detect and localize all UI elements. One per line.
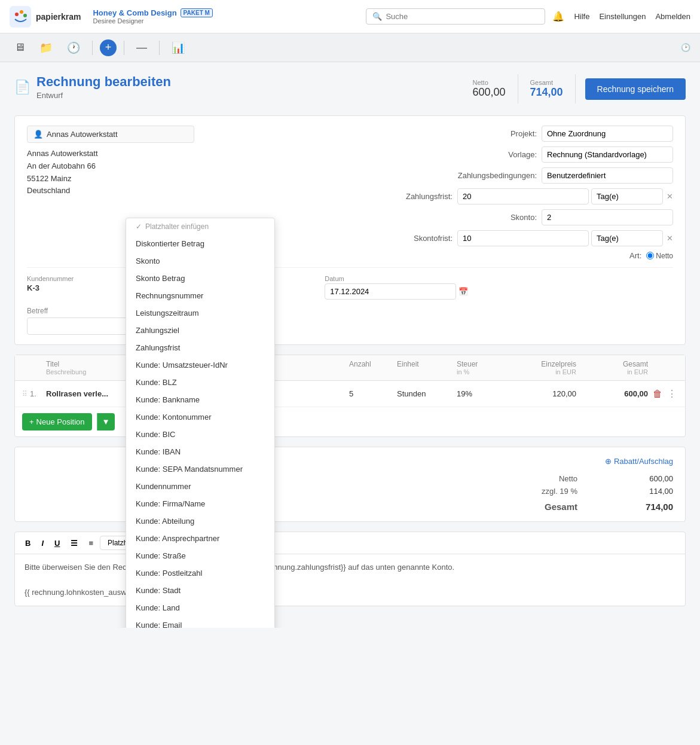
toolbar-divider-1 — [92, 41, 93, 55]
dropdown-item-19[interactable]: Kunde: Postleitzahl — [126, 564, 274, 582]
col-steuer-label: Steuer — [457, 360, 505, 368]
dropdown-item-7[interactable]: Kunde: Umsatzsteuer-IdNr — [126, 356, 274, 374]
dropdown-item-18[interactable]: Kunde: Straße — [126, 547, 274, 564]
col-gesamt-label: Gesamt — [576, 360, 648, 368]
editor-bold-btn[interactable]: B — [21, 536, 35, 550]
save-button[interactable]: Rechnung speichern — [585, 78, 686, 100]
dropdown-item-4[interactable]: Leistungszeitraum — [126, 304, 274, 322]
dropdown-item-1[interactable]: Skonto — [126, 252, 274, 270]
art-row: Art: Netto — [206, 251, 673, 260]
customer-name-box[interactable]: 👤 Annas Autowerkstatt — [27, 126, 194, 143]
dropdown-header: ✓ Platzhalter einfügen — [126, 218, 274, 235]
calendar-icon[interactable]: 📅 — [458, 287, 468, 296]
skonto-input[interactable] — [542, 209, 673, 225]
datum-meta-label: Datum — [325, 275, 468, 282]
row-gesamt: 600,00 — [576, 389, 648, 398]
zahlungsfrist-clear-icon[interactable]: ✕ — [667, 192, 673, 201]
table-header: Titel Beschreibung Anzahl Einheit Steuer… — [15, 355, 685, 381]
dropdown-item-21[interactable]: Kunde: Land — [126, 599, 274, 616]
abmelden-button[interactable]: Abmelden — [655, 12, 690, 21]
hilfe-button[interactable]: Hilfe — [574, 12, 589, 21]
toolbar-add-btn[interactable]: + — [100, 39, 117, 56]
editor-underline-btn[interactable]: U — [50, 536, 64, 550]
dropdown-item-16-label: Kunde: Abteilung — [136, 517, 194, 526]
add-position-btn[interactable]: + Neue Position — [22, 413, 92, 430]
vorlage-select[interactable]: Rechnung (Standardvorlage) — [542, 146, 673, 163]
kundennummer-meta-value: K-3 — [27, 283, 74, 292]
dropdown-item-12[interactable]: Kunde: IBAN — [126, 443, 274, 460]
editor-list-ol-btn[interactable]: ≡ — [84, 536, 97, 550]
add-position-label: Neue Position — [36, 417, 85, 426]
zahlungsfrist-days-input[interactable] — [457, 188, 589, 204]
row-steuer: 19% — [457, 389, 505, 398]
page-header: 📄 Rechnung bearbeiten Entwurf Netto 600,… — [14, 74, 686, 103]
art-label: Art: — [552, 251, 641, 260]
row-delete-btn[interactable]: 🗑 — [652, 387, 664, 401]
dropdown-item-20[interactable]: Kunde: Stadt — [126, 582, 274, 599]
toolbar-divider-3 — [159, 41, 160, 55]
datum-input[interactable] — [325, 283, 456, 300]
toolbar-monitor-btn[interactable]: 🖥 — [10, 38, 30, 57]
papierkram-logo-icon — [10, 6, 31, 28]
skontofrist-label: Skontofrist: — [363, 234, 453, 243]
dropdown-item-6[interactable]: Zahlungsfrist — [126, 339, 274, 356]
skontofrist-clear-icon[interactable]: ✕ — [667, 234, 673, 243]
drag-handle-icon[interactable]: ⠿ — [22, 390, 27, 398]
dropdown-item-5[interactable]: Zahlungsziel — [126, 322, 274, 339]
dropdown-item-22[interactable]: Kunde: Email — [126, 616, 274, 628]
dropdown-item-15[interactable]: Kunde: Firma/Name — [126, 495, 274, 512]
dropdown-item-3[interactable]: Rechnungsnummer — [126, 287, 274, 304]
netto-value: 600,00 — [472, 86, 505, 99]
toolbar-folder-btn[interactable]: 📁 — [35, 38, 57, 58]
netto-total-value: 600,00 — [625, 474, 673, 483]
zahlungsfrist-row: Zahlungsfrist: Tag(e) ✕ — [206, 188, 673, 204]
company-info: Honey & Comb Design PAKET M Desiree Desi… — [93, 8, 212, 25]
dropdown-item-13[interactable]: Kunde: SEPA Mandatsnummer — [126, 460, 274, 478]
row-actions: 🗑 ⋮ — [648, 387, 678, 401]
toolbar-chart-btn[interactable]: 📊 — [167, 38, 189, 58]
dropdown-item-2[interactable]: Skonto Betrag — [126, 270, 274, 287]
tax-total-label: zzgl. 19 % — [542, 487, 577, 496]
page-actions: Netto 600,00 Gesamt 714,00 Rechnung spei… — [460, 74, 686, 103]
skontofrist-unit-select[interactable]: Tag(e) — [591, 230, 663, 246]
skontofrist-days-input[interactable] — [457, 230, 589, 246]
dropdown-item-20-label: Kunde: Stadt — [136, 586, 181, 595]
editor-italic-btn[interactable]: I — [37, 536, 48, 550]
art-netto-label: Netto — [656, 252, 673, 260]
row-more-btn[interactable]: ⋮ — [666, 387, 678, 401]
editor-list-ul-btn[interactable]: ☰ — [66, 536, 82, 550]
gesamt-value: 714,00 — [530, 86, 563, 99]
toolbar: 🖥 📁 🕐 + — 📊 🕑 — [0, 33, 700, 62]
art-radio-netto[interactable]: Netto — [646, 252, 673, 260]
dropdown-item-9[interactable]: Kunde: Bankname — [126, 391, 274, 408]
projekt-input[interactable] — [542, 126, 673, 142]
dropdown-item-8[interactable]: Kunde: BLZ — [126, 374, 274, 391]
bell-icon[interactable]: 🔔 — [552, 11, 564, 22]
search-bar[interactable]: 🔍 — [366, 8, 545, 25]
zahlungsbedingungen-select[interactable]: Benutzerdefiniert — [542, 167, 673, 184]
dropdown-item-10-label: Kunde: Kontonummer — [136, 413, 211, 422]
zahlungsfrist-unit-select[interactable]: Tag(e) — [591, 188, 663, 204]
main-content: 📄 Rechnung bearbeiten Entwurf Netto 600,… — [0, 62, 700, 628]
dropdown-item-11[interactable]: Kunde: BIC — [126, 426, 274, 443]
discount-link[interactable]: ⊕ Rabatt/Aufschlag — [605, 457, 673, 466]
tax-total-value: 114,00 — [625, 487, 673, 496]
dropdown-item-17[interactable]: Kunde: Ansprechpartner — [126, 530, 274, 547]
row-anzahl: 5 — [349, 389, 397, 398]
gesamt-label: Gesamt — [530, 79, 563, 86]
totals-right: ⊕ Rabatt/Aufschlag Netto 600,00 zzgl. 19… — [27, 457, 673, 512]
dropdown-item-14[interactable]: Kundennummer — [126, 478, 274, 495]
toolbar-clock-btn[interactable]: 🕐 — [62, 38, 85, 58]
customer-name-line: Annas Autowerkstatt — [27, 148, 194, 160]
search-input[interactable] — [386, 12, 539, 21]
add-position-dropdown-btn[interactable]: ▼ — [97, 413, 115, 430]
dropdown-item-16[interactable]: Kunde: Abteilung — [126, 512, 274, 530]
dropdown-item-10[interactable]: Kunde: Kontonummer — [126, 408, 274, 426]
netto-summary: Netto 600,00 — [460, 74, 518, 103]
skonto-label: Skonto: — [447, 213, 537, 222]
art-radio-netto-input[interactable] — [646, 252, 654, 259]
netto-total-row: Netto 600,00 — [559, 474, 673, 483]
dropdown-item-0[interactable]: Diskontierter Betrag — [126, 235, 274, 252]
einstellungen-button[interactable]: Einstellungen — [599, 12, 646, 21]
toolbar-minus-btn[interactable]: — — [132, 38, 152, 57]
